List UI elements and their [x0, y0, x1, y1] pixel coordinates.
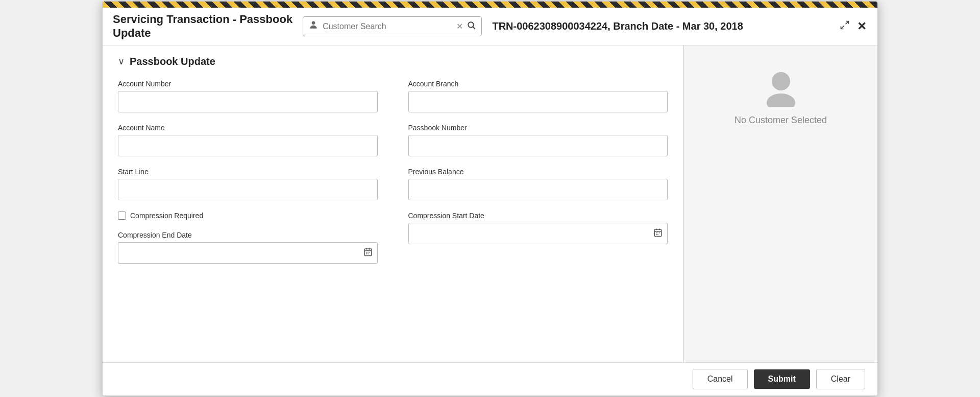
clear-search-icon[interactable]: ✕	[456, 21, 463, 31]
modal-body: ∨ Passbook Update Account Number Account…	[103, 45, 877, 362]
account-number-group: Account Number	[118, 80, 378, 112]
no-customer-label: No Customer Selected	[734, 115, 827, 126]
modal-title: Servicing Transaction - Passbook Update	[113, 13, 292, 40]
compression-end-date-label: Compression End Date	[118, 231, 378, 239]
right-column: Account Branch Passbook Number Previous …	[408, 80, 668, 275]
modal-header: Servicing Transaction - Passbook Update …	[103, 8, 877, 45]
search-input[interactable]	[323, 22, 452, 31]
compression-required-checkbox[interactable]	[118, 212, 126, 220]
svg-line-2	[473, 27, 476, 29]
title-line2: Update	[113, 27, 151, 39]
previous-balance-label: Previous Balance	[408, 168, 668, 176]
previous-balance-group: Previous Balance	[408, 168, 668, 200]
previous-balance-input[interactable]	[408, 179, 668, 200]
account-name-label: Account Name	[118, 124, 378, 132]
compression-start-date-input[interactable]	[408, 223, 668, 244]
title-line1: Servicing Transaction - Passbook	[113, 13, 292, 26]
compression-start-date-label: Compression Start Date	[408, 212, 668, 220]
svg-point-0	[312, 21, 315, 25]
compression-end-date-group: Compression End Date	[118, 231, 378, 264]
start-line-group: Start Line	[118, 168, 378, 200]
account-name-input[interactable]	[118, 135, 378, 156]
start-line-label: Start Line	[118, 168, 378, 176]
passbook-number-group: Passbook Number	[408, 124, 668, 156]
search-magnifier-icon[interactable]	[467, 21, 476, 32]
section-title: Passbook Update	[130, 56, 215, 67]
trn-info: TRN-0062308900034224, Branch Date - Mar …	[492, 20, 828, 32]
account-branch-group: Account Branch	[408, 80, 668, 112]
left-column: Account Number Account Name Start Line C…	[118, 80, 378, 275]
passbook-number-input[interactable]	[408, 135, 668, 156]
customer-panel: No Customer Selected	[683, 45, 877, 362]
hazard-bar	[103, 2, 877, 8]
cancel-button[interactable]: Cancel	[693, 369, 748, 389]
svg-point-23	[772, 72, 790, 90]
account-number-input[interactable]	[118, 91, 378, 112]
section-header: ∨ Passbook Update	[118, 56, 668, 67]
compression-end-date-input[interactable]	[118, 242, 378, 264]
submit-button[interactable]: Submit	[754, 369, 810, 389]
expand-button[interactable]	[839, 19, 851, 34]
chevron-icon[interactable]: ∨	[118, 56, 125, 67]
calendar-start-date-icon[interactable]	[653, 228, 663, 239]
svg-point-1	[469, 22, 474, 28]
customer-avatar	[761, 66, 801, 107]
compression-required-group: Compression Required	[118, 212, 378, 220]
modal-footer: Cancel Submit Clear	[103, 362, 877, 395]
compression-start-date-group: Compression Start Date	[408, 212, 668, 244]
account-number-label: Account Number	[118, 80, 378, 88]
header-actions: ✕	[839, 19, 867, 34]
compression-required-label[interactable]: Compression Required	[130, 212, 203, 220]
svg-line-4	[841, 26, 844, 29]
compression-start-date-field	[408, 223, 668, 244]
calendar-end-date-icon[interactable]	[363, 247, 373, 259]
form-grid: Account Number Account Name Start Line C…	[118, 80, 668, 275]
svg-line-3	[846, 21, 849, 25]
account-branch-label: Account Branch	[408, 80, 668, 88]
passbook-number-label: Passbook Number	[408, 124, 668, 132]
close-button[interactable]: ✕	[856, 19, 867, 34]
search-box[interactable]: ✕	[303, 16, 482, 36]
svg-point-24	[767, 94, 795, 107]
start-line-input[interactable]	[118, 179, 378, 200]
account-name-group: Account Name	[118, 124, 378, 156]
person-icon	[308, 20, 318, 33]
account-branch-input[interactable]	[408, 91, 668, 112]
form-section: ∨ Passbook Update Account Number Account…	[103, 45, 683, 362]
modal-container: Servicing Transaction - Passbook Update …	[102, 1, 878, 396]
clear-button[interactable]: Clear	[816, 369, 865, 389]
compression-end-date-field	[118, 242, 378, 264]
